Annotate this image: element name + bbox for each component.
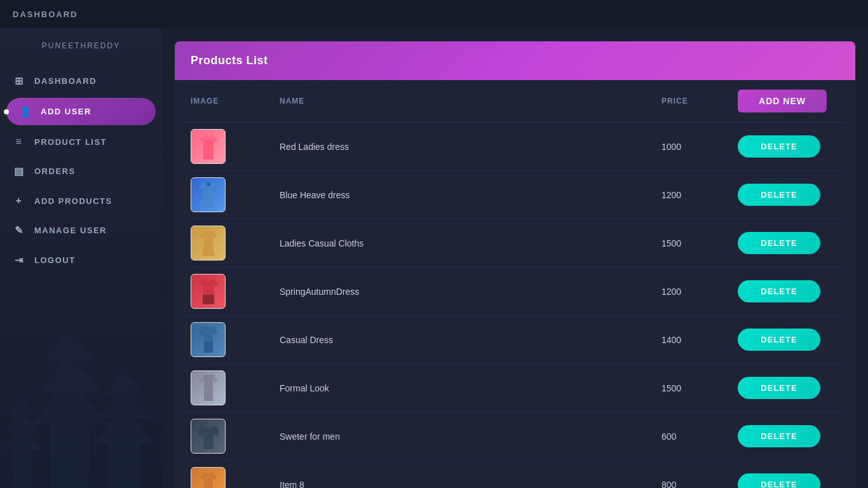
sidebar-item-add-user-label: ADD USER (41, 107, 92, 116)
products-card: Products List IMAGE NAME PRICE ADD NEW (175, 41, 855, 488)
product-price: 1400 (661, 335, 738, 345)
sidebar-item-orders-label: ORDERS (34, 166, 76, 176)
table-row: Blue Heave dress 1200 DELETE (184, 171, 846, 219)
product-action: DELETE (738, 377, 839, 399)
product-thumbnail (191, 226, 226, 261)
product-name: Sweter for men (280, 431, 661, 442)
product-name: Red Ladies dress (280, 142, 661, 152)
delete-button[interactable]: DELETE (738, 329, 820, 351)
product-action: DELETE (738, 232, 839, 254)
top-bar-title: DASHBOARD (13, 10, 78, 19)
table-row: Ladies Casual Cloths 1500 DELETE (184, 219, 846, 268)
sidebar-item-add-user[interactable]: 👤 ADD USER (6, 98, 156, 125)
product-name: Item 8 (280, 480, 661, 489)
sidebar-item-orders[interactable]: ▤ ORDERS (0, 156, 162, 186)
product-price: 1500 (661, 383, 738, 393)
sidebar-username: PUNEETHREDDY (0, 41, 162, 50)
product-price: 1000 (661, 142, 738, 152)
product-thumbnail (191, 177, 226, 212)
delete-button[interactable]: DELETE (738, 377, 820, 399)
delete-button[interactable]: DELETE (738, 135, 820, 158)
product-name: SpringAutumnDress (280, 287, 661, 297)
delete-button[interactable]: DELETE (738, 184, 820, 206)
table-row: Item 8 800 DELETE (184, 461, 846, 488)
product-thumbnail (191, 370, 226, 405)
product-image-cell (191, 419, 280, 454)
sidebar: PUNEETHREDDY ⊞ DASHBOARD 👤 ADD USER ≡ PR… (0, 29, 162, 488)
product-image-cell (191, 370, 280, 405)
sidebar-item-dashboard[interactable]: ⊞ DASHBOARD (0, 66, 162, 96)
product-thumbnail (191, 467, 226, 488)
delete-button[interactable]: DELETE (738, 473, 820, 488)
sidebar-item-product-list[interactable]: ≡ PRODUCT LIST (0, 127, 162, 156)
product-action: DELETE (738, 184, 839, 206)
product-name: Blue Heave dress (280, 190, 661, 200)
product-price: 800 (661, 480, 738, 489)
table-row: Red Ladies dress 1000 DELETE (184, 123, 846, 171)
product-name: Casual Dress (280, 335, 661, 345)
product-thumbnail (191, 274, 226, 309)
main-layout: PUNEETHREDDY ⊞ DASHBOARD 👤 ADD USER ≡ PR… (0, 29, 868, 488)
product-price: 1200 (661, 287, 738, 297)
sidebar-item-logout-label: LOGOUT (34, 255, 76, 265)
table-header: IMAGE NAME PRICE ADD NEW (184, 80, 846, 123)
sidebar-item-dashboard-label: DASHBOARD (34, 76, 97, 86)
delete-button[interactable]: DELETE (738, 280, 820, 302)
product-thumbnail (191, 419, 226, 454)
col-header-name: NAME (280, 97, 661, 105)
product-rows-container: Red Ladies dress 1000 DELETE (184, 123, 846, 488)
product-image-cell (191, 467, 280, 488)
sidebar-item-manage-user[interactable]: ✎ MANAGE USER (0, 215, 162, 245)
sidebar-item-add-products-label: ADD PRODUCTS (34, 196, 112, 206)
content-area: Products List IMAGE NAME PRICE ADD NEW (162, 29, 868, 488)
product-price: 1200 (661, 190, 738, 200)
product-image-cell (191, 274, 280, 309)
table-row: Casual Dress 1400 DELETE (184, 316, 846, 364)
product-image-cell (191, 226, 280, 261)
product-name: Ladies Casual Cloths (280, 238, 661, 248)
logout-icon: ⇥ (13, 254, 25, 266)
product-action: DELETE (738, 329, 839, 351)
add-new-button[interactable]: ADD NEW (738, 90, 827, 112)
add-products-icon: + (13, 195, 25, 207)
sidebar-content: PUNEETHREDDY ⊞ DASHBOARD 👤 ADD USER ≡ PR… (0, 41, 162, 275)
product-thumbnail (191, 322, 226, 357)
delete-button[interactable]: DELETE (738, 425, 820, 447)
col-header-price: PRICE (661, 97, 738, 105)
dashboard-icon: ⊞ (13, 75, 25, 87)
product-action: DELETE (738, 280, 839, 302)
product-action: DELETE (738, 135, 839, 158)
product-name: Formal Look (280, 383, 661, 393)
product-action: DELETE (738, 425, 839, 447)
sidebar-item-manage-user-label: MANAGE USER (34, 226, 107, 235)
product-thumbnail (191, 129, 226, 164)
products-table: IMAGE NAME PRICE ADD NEW (175, 80, 855, 488)
orders-icon: ▤ (13, 165, 25, 177)
table-row: SpringAutumnDress 1200 DELETE (184, 268, 846, 316)
add-user-icon: 👤 (19, 105, 32, 118)
sidebar-item-product-list-label: PRODUCT LIST (34, 137, 107, 147)
sidebar-item-add-products[interactable]: + ADD PRODUCTS (0, 186, 162, 215)
sidebar-item-logout[interactable]: ⇥ LOGOUT (0, 245, 162, 275)
table-row: Sweter for men 600 DELETE (184, 412, 846, 461)
product-image-cell (191, 129, 280, 164)
svg-point-0 (207, 182, 210, 186)
product-action: DELETE (738, 473, 839, 488)
products-title: Products List (191, 54, 268, 67)
delete-button[interactable]: DELETE (738, 232, 820, 254)
col-header-action: ADD NEW (738, 90, 839, 112)
product-image-cell (191, 177, 280, 212)
product-image-cell (191, 322, 280, 357)
list-icon: ≡ (13, 136, 25, 147)
top-bar: DASHBOARD (0, 0, 868, 29)
col-header-image: IMAGE (191, 97, 280, 105)
products-header: Products List (175, 41, 855, 80)
manage-user-icon: ✎ (13, 224, 25, 236)
product-price: 600 (661, 431, 738, 442)
product-price: 1500 (661, 238, 738, 248)
table-row: Formal Look 1500 DELETE (184, 364, 846, 412)
